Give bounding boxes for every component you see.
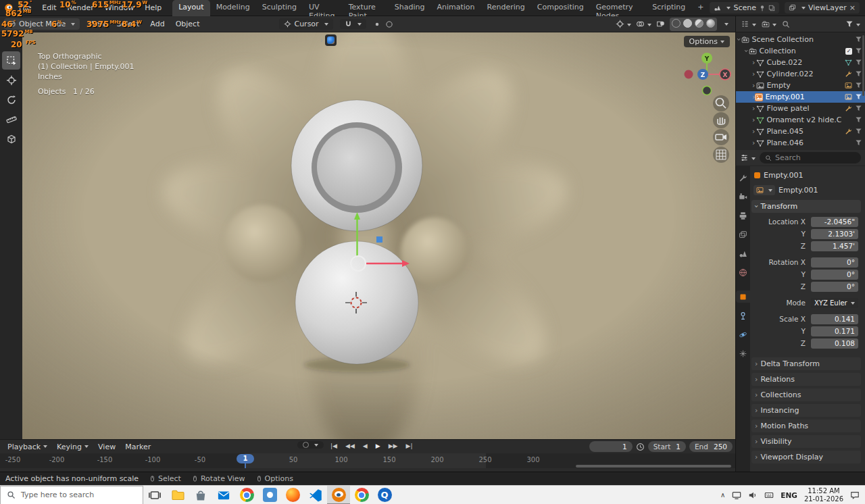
network-icon[interactable]: [732, 490, 741, 500]
blender-taskbar-icon[interactable]: [327, 486, 350, 504]
menu-keying[interactable]: Keying: [52, 443, 93, 451]
scene-selector[interactable]: Scene: [710, 2, 779, 14]
tab-modeling[interactable]: Modeling: [210, 0, 256, 16]
editor-type-properties[interactable]: [740, 153, 756, 163]
outliner-row[interactable]: Scene Collection: [736, 34, 865, 45]
expand-icon[interactable]: [752, 81, 755, 90]
rotation-z-field[interactable]: 0°: [811, 282, 858, 292]
menu-marker[interactable]: Marker: [120, 443, 155, 451]
transform-section-header[interactable]: Transform: [751, 200, 861, 213]
sphere-object[interactable]: [295, 241, 418, 364]
mail-icon[interactable]: [212, 486, 235, 504]
tab-constraint-properties[interactable]: [737, 309, 750, 322]
expand-icon[interactable]: [752, 127, 755, 136]
location-z-field[interactable]: 1.457': [811, 241, 858, 251]
taskbar-search-input[interactable]: Type here to search: [0, 486, 143, 504]
tab-tool-properties[interactable]: [737, 172, 750, 184]
scale-z-field[interactable]: 0.108: [811, 338, 858, 349]
filter-icon[interactable]: [855, 59, 862, 66]
menu-playback[interactable]: Playback: [3, 443, 52, 451]
tab-render-properties[interactable]: [737, 191, 750, 203]
clock[interactable]: 11:52 AM 21-01-2026: [804, 487, 843, 503]
rotation-x-field[interactable]: 0°: [811, 257, 858, 268]
section-instancing[interactable]: Instancing: [751, 404, 861, 417]
volume-icon[interactable]: [748, 490, 758, 500]
section-collections[interactable]: Collections: [751, 388, 861, 401]
notification-center-icon[interactable]: [850, 490, 860, 500]
editor-type-outliner[interactable]: [741, 20, 756, 29]
jump-to-start-button[interactable]: [327, 441, 341, 451]
tool-add-cube[interactable]: [2, 130, 20, 148]
tab-object-properties[interactable]: [736, 291, 751, 303]
options-button[interactable]: Options: [684, 36, 730, 47]
shading-dropdown-icon[interactable]: [724, 23, 728, 26]
tab-geometry-nodes[interactable]: Geometry Nodes: [590, 0, 647, 16]
tool-measure[interactable]: [2, 110, 20, 128]
expand-icon[interactable]: [752, 104, 755, 113]
tab-uv-editing[interactable]: UV Editing: [303, 0, 343, 16]
outliner-row[interactable]: Empty: [736, 80, 865, 91]
next-keyframe-button[interactable]: [385, 441, 401, 451]
outliner-row-selected[interactable]: Empty.001: [736, 91, 865, 103]
tab-viewlayer-properties[interactable]: [737, 228, 750, 241]
rotation-mode-dropdown[interactable]: XYZ Euler: [811, 298, 858, 308]
location-y-field[interactable]: 2.1303': [811, 229, 858, 239]
expand-icon[interactable]: [752, 116, 755, 124]
section-visibility[interactable]: Visibility: [751, 435, 861, 448]
outliner-display-mode[interactable]: [762, 20, 776, 28]
tab-compositing[interactable]: Compositing: [531, 0, 590, 16]
pan-hand-button[interactable]: [713, 112, 729, 128]
filter-icon[interactable]: [855, 47, 862, 55]
shading-material-button[interactable]: [695, 19, 703, 30]
scale-y-field[interactable]: 0.171: [811, 326, 858, 336]
menu-add[interactable]: Add: [145, 16, 170, 32]
tab-output-properties[interactable]: [737, 209, 750, 222]
pin-icon[interactable]: [759, 5, 766, 11]
expand-icon[interactable]: [752, 58, 755, 67]
object-name-row[interactable]: Empty.001: [751, 182, 862, 198]
new-scene-icon[interactable]: [768, 5, 775, 11]
filter-icon[interactable]: [855, 70, 862, 78]
expand-icon[interactable]: [745, 47, 747, 55]
tool-cursor[interactable]: [2, 71, 20, 89]
close-icon[interactable]: [849, 3, 856, 12]
tab-animation[interactable]: Animation: [430, 0, 480, 16]
tray-expand-chevron[interactable]: ∧: [720, 491, 725, 499]
timeline-scrollbar[interactable]: [576, 465, 731, 468]
expand-icon[interactable]: [752, 138, 755, 147]
play-button[interactable]: [372, 441, 384, 451]
outliner-row[interactable]: Cube.022: [736, 57, 865, 68]
tab-shading[interactable]: Shading: [389, 0, 431, 16]
section-viewport-display[interactable]: Viewport Display: [751, 451, 861, 463]
expand-icon[interactable]: [752, 70, 755, 78]
tool-select-box[interactable]: [2, 51, 20, 70]
camera-view-button[interactable]: [713, 129, 729, 145]
tab-object-data-properties[interactable]: [737, 347, 750, 359]
expand-icon[interactable]: [737, 35, 740, 44]
frame-end-field[interactable]: End250: [689, 441, 733, 452]
toggle-grid-button[interactable]: [713, 147, 729, 163]
show-gizmos-toggle[interactable]: [616, 20, 631, 29]
tab-physics-properties[interactable]: [737, 328, 750, 341]
timeline-ruler[interactable]: -250 -200 -150 -100 -50 50 100 150 200 2…: [0, 453, 735, 468]
tab-scene-properties[interactable]: [737, 247, 750, 259]
filter-icon[interactable]: [855, 128, 862, 135]
tab-texture-paint[interactable]: Texture Paint: [343, 0, 389, 16]
filter-icon[interactable]: [855, 105, 862, 112]
toggle-xray-button[interactable]: [656, 20, 665, 29]
menu-edit[interactable]: Edit: [36, 0, 61, 16]
firefox-icon[interactable]: [281, 486, 304, 504]
current-frame-indicator[interactable]: 1: [237, 454, 254, 463]
microsoft-store-icon[interactable]: [189, 486, 212, 504]
snapping-dropdown[interactable]: [340, 19, 366, 29]
tab-layout[interactable]: Layout: [172, 0, 209, 16]
zoom-button[interactable]: [713, 95, 729, 111]
section-relations[interactable]: Relations: [751, 373, 861, 386]
file-explorer-icon[interactable]: [166, 486, 189, 504]
tool-rotate[interactable]: [2, 91, 20, 109]
jump-to-end-button[interactable]: [403, 441, 416, 451]
properties-search-input[interactable]: Search: [760, 152, 861, 163]
section-motion-paths[interactable]: Motion Paths: [751, 420, 861, 432]
viewlayer-selector[interactable]: ViewLayer: [785, 2, 860, 14]
location-x-field[interactable]: -2.0456": [811, 217, 858, 227]
